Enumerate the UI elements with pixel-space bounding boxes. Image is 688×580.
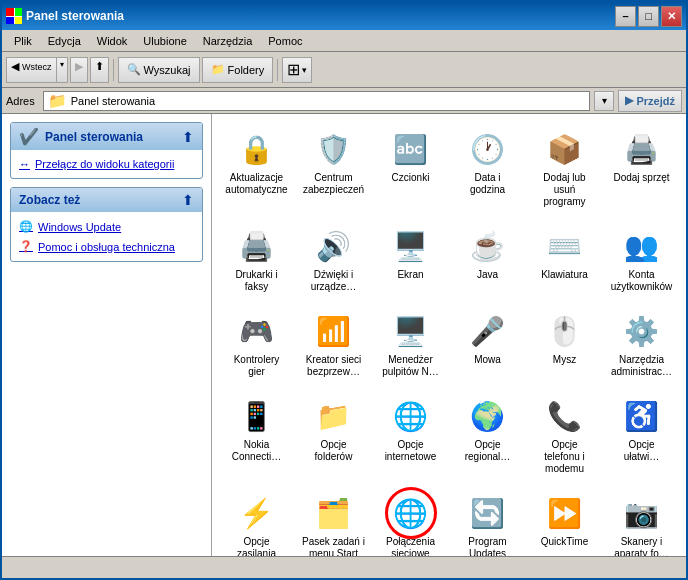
icon-image-drukarki: 🖨️ bbox=[237, 226, 277, 266]
menu-ulubione[interactable]: Ulubione bbox=[135, 33, 194, 49]
icon-item-skanery[interactable]: 📷Skanery i aparaty fo… bbox=[605, 486, 678, 556]
address-value: Panel sterowania bbox=[71, 95, 155, 107]
icon-image-nokia: 📱 bbox=[237, 396, 277, 436]
up-button[interactable]: ⬆ bbox=[90, 57, 109, 83]
icon-item-pasek-zadan[interactable]: 🗂️Pasek zadań i menu Start bbox=[297, 486, 370, 556]
panel-section-arrow: ⬆ bbox=[182, 129, 194, 145]
icon-item-nokia[interactable]: 📱Nokia Connecti… bbox=[220, 389, 293, 482]
icon-item-polaczenia[interactable]: 🌐Połączenia sieciowe bbox=[374, 486, 447, 556]
menu-plik[interactable]: Plik bbox=[6, 33, 40, 49]
address-field[interactable]: 📁 Panel sterowania bbox=[43, 91, 591, 111]
icon-item-dodaj-usun[interactable]: 📦Dodaj lub usuń programy bbox=[528, 122, 601, 215]
icon-label-aktualizacje: Aktualizacje automatyczne bbox=[225, 172, 288, 196]
icon-label-opcje-ulatwien: Opcje ułatwi… bbox=[610, 439, 673, 463]
go-button[interactable]: ▶ Przejdź bbox=[618, 90, 682, 112]
menu-edycja[interactable]: Edycja bbox=[40, 33, 89, 49]
icon-item-drukarki[interactable]: 🖨️Drukarki i faksy bbox=[220, 219, 293, 300]
icon-item-narzedzia[interactable]: ⚙️Narzędzia administrac… bbox=[605, 304, 678, 385]
icon-item-java[interactable]: ☕Java bbox=[451, 219, 524, 300]
also-see-header[interactable]: Zobacz też ⬆ bbox=[11, 188, 202, 212]
icon-image-mowa: 🎤 bbox=[468, 311, 508, 351]
icon-label-opcje-folderow: Opcje folderów bbox=[302, 439, 365, 463]
view-icon: ⊞ bbox=[287, 60, 300, 79]
icon-item-kreator[interactable]: 📶Kreator sieci bezprzew… bbox=[297, 304, 370, 385]
icon-image-quicktime: ⏩ bbox=[545, 493, 585, 533]
icon-image-opcje-internetowe: 🌐 bbox=[391, 396, 431, 436]
icon-item-data[interactable]: 🕐Data i godzina bbox=[451, 122, 524, 215]
search-button[interactable]: 🔍 Wyszukaj bbox=[118, 57, 200, 83]
icon-item-opcje-ulatwien[interactable]: ♿Opcje ułatwi… bbox=[605, 389, 678, 482]
main-window: Panel sterowania – □ ✕ Plik Edycja Widok… bbox=[0, 0, 688, 580]
maximize-button[interactable]: □ bbox=[638, 6, 659, 27]
highlight-circle-polaczenia bbox=[385, 487, 437, 539]
icon-item-aktualizacje[interactable]: 🔒Aktualizacje automatyczne bbox=[220, 122, 293, 215]
address-dropdown-button[interactable]: ▾ bbox=[594, 91, 614, 111]
icon-item-opcje-internetowe[interactable]: 🌐Opcje internetowe bbox=[374, 389, 447, 482]
icon-image-czcionki: 🔤 bbox=[391, 129, 431, 169]
icon-item-menedzer[interactable]: 🖥️Menedżer pulpitów N… bbox=[374, 304, 447, 385]
icon-item-dzwieki[interactable]: 🔊Dźwięki i urządze… bbox=[297, 219, 370, 300]
sidebar-link-windows-update[interactable]: 🌐 Windows Update bbox=[19, 218, 194, 235]
icon-item-mowa[interactable]: 🎤Mowa bbox=[451, 304, 524, 385]
icon-item-ekran[interactable]: 🖥️Ekran bbox=[374, 219, 447, 300]
icon-item-opcje-telefonu[interactable]: 📞Opcje telefonu i modemu bbox=[528, 389, 601, 482]
title-bar: Panel sterowania – □ ✕ bbox=[2, 2, 686, 30]
icon-item-opcje-folderow[interactable]: 📁Opcje folderów bbox=[297, 389, 370, 482]
also-see-title: Zobacz też bbox=[19, 193, 176, 207]
icon-image-konta: 👥 bbox=[622, 226, 662, 266]
address-folder-icon: 📁 bbox=[48, 92, 67, 110]
folder-icon: 📁 bbox=[211, 63, 225, 76]
icon-image-klawiatura: ⌨️ bbox=[545, 226, 585, 266]
status-bar bbox=[2, 556, 686, 578]
icon-image-dzwieki: 🔊 bbox=[314, 226, 354, 266]
folders-button[interactable]: 📁 Foldery bbox=[202, 57, 274, 83]
menu-widok[interactable]: Widok bbox=[89, 33, 136, 49]
icon-item-konta[interactable]: 👥Konta użytkowników bbox=[605, 219, 678, 300]
icon-item-quicktime[interactable]: ⏩QuickTime bbox=[528, 486, 601, 556]
main-content: ✔️ Panel sterowania ⬆ ↔️ Przełącz do wid… bbox=[2, 114, 686, 556]
panel-section-header[interactable]: ✔️ Panel sterowania ⬆ bbox=[11, 123, 202, 150]
sidebar-link-pomoc[interactable]: ❓ Pomoc i obsługa techniczna bbox=[19, 238, 194, 255]
icon-item-kontrolery[interactable]: 🎮Kontrolery gier bbox=[220, 304, 293, 385]
menu-pomoc[interactable]: Pomoc bbox=[260, 33, 310, 49]
icon-label-narzedzia: Narzędzia administrac… bbox=[610, 354, 673, 378]
icon-item-czcionki[interactable]: 🔤Czcionki bbox=[374, 122, 447, 215]
menu-bar: Plik Edycja Widok Ulubione Narzędzia Pom… bbox=[2, 30, 686, 52]
toolbar-separator-1 bbox=[113, 59, 114, 81]
folders-label: Foldery bbox=[228, 64, 265, 76]
icon-image-opcje-regionalne: 🌍 bbox=[468, 396, 508, 436]
icon-label-nokia: Nokia Connecti… bbox=[225, 439, 288, 463]
icon-image-centrum: 🛡️ bbox=[314, 129, 354, 169]
icon-item-program-updates[interactable]: 🔄Program Updates bbox=[451, 486, 524, 556]
icon-label-opcje-regionalne: Opcje regional… bbox=[456, 439, 519, 463]
icon-label-java: Java bbox=[477, 269, 498, 281]
window-icon bbox=[6, 8, 22, 24]
icon-image-narzedzia: ⚙️ bbox=[622, 311, 662, 351]
icon-image-java: ☕ bbox=[468, 226, 508, 266]
icon-item-dodaj-sprzet[interactable]: 🖨️Dodaj sprzęt bbox=[605, 122, 678, 215]
sidebar-link-label-kategorii: Przełącz do widoku kategorii bbox=[35, 158, 174, 170]
back-dropdown-button[interactable]: ▾ bbox=[57, 57, 68, 83]
icon-label-program-updates: Program Updates bbox=[456, 536, 519, 556]
forward-button[interactable]: ▶ bbox=[70, 57, 88, 83]
also-see-body: 🌐 Windows Update ❓ Pomoc i obsługa techn… bbox=[11, 212, 202, 261]
icon-item-mysz[interactable]: 🖱️Mysz bbox=[528, 304, 601, 385]
minimize-button[interactable]: – bbox=[615, 6, 636, 27]
pomoc-label: Pomoc i obsługa techniczna bbox=[38, 241, 175, 253]
icon-label-drukarki: Drukarki i faksy bbox=[225, 269, 288, 293]
icon-item-klawiatura[interactable]: ⌨️Klawiatura bbox=[528, 219, 601, 300]
sidebar-link-icon-kategorii: ↔️ bbox=[19, 158, 30, 170]
icon-image-opcje-ulatwien: ♿ bbox=[622, 396, 662, 436]
icon-image-opcje-telefonu: 📞 bbox=[545, 396, 585, 436]
menu-narzedzia[interactable]: Narzędzia bbox=[195, 33, 261, 49]
go-arrow-icon: ▶ bbox=[625, 94, 633, 107]
icon-item-centrum[interactable]: 🛡️Centrum zabezpieczeń bbox=[297, 122, 370, 215]
icon-image-polaczenia: 🌐 bbox=[391, 493, 431, 533]
icon-item-opcje-regionalne[interactable]: 🌍Opcje regional… bbox=[451, 389, 524, 482]
icon-item-opcje-zasilania[interactable]: ⚡Opcje zasilania bbox=[220, 486, 293, 556]
icon-label-dodaj-usun: Dodaj lub usuń programy bbox=[533, 172, 596, 208]
sidebar-link-kategorii[interactable]: ↔️ Przełącz do widoku kategorii bbox=[19, 156, 194, 172]
close-button[interactable]: ✕ bbox=[661, 6, 682, 27]
back-button[interactable]: ◀ Wstecz bbox=[6, 57, 57, 83]
view-button[interactable]: ⊞ ▾ bbox=[282, 57, 312, 83]
